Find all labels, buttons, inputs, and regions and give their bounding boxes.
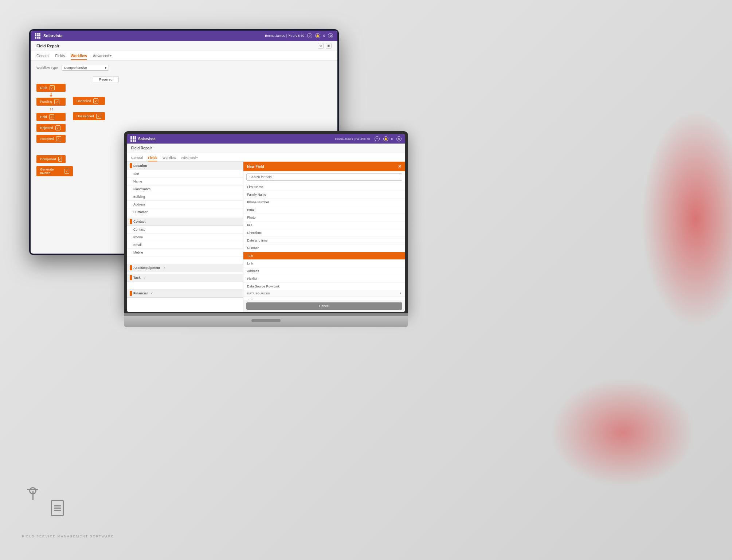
bottom-caption: Field Service Management Software xyxy=(22,534,114,538)
wf-arrow-1 xyxy=(49,93,53,97)
subheader: Field Repair ⧉ ▣ xyxy=(31,41,337,51)
laptop-app: Solarvista Emma James | PA LIVE 60 ? 🔔 0… xyxy=(127,134,405,312)
user-label: Emma James | PA LIVE 60 xyxy=(265,34,304,38)
laptop-grid-icon[interactable] xyxy=(130,136,136,142)
laptop: Solarvista Emma James | PA LIVE 60 ? 🔔 0… xyxy=(124,131,408,342)
fields-panel: Location Site Name Floor/Room Building A… xyxy=(127,162,243,312)
wf-check-generate: ✓ xyxy=(64,169,69,174)
section-location: Location xyxy=(127,162,243,170)
required-label: Required xyxy=(93,77,119,82)
notification-count: 0 xyxy=(323,34,325,38)
field-item-mobile[interactable]: Mobile xyxy=(127,249,243,256)
field-option-datetime[interactable]: Date and time xyxy=(243,237,405,244)
field-option-text[interactable]: Text xyxy=(243,252,405,260)
laptop-user: Emma James | PA LIVE 60 xyxy=(335,137,370,141)
wf-check-cancelled: ✓ xyxy=(93,98,98,103)
wf-check-unassigned: ✓ xyxy=(96,114,101,119)
laptop-main-content: Location Site Name Floor/Room Building A… xyxy=(127,162,405,312)
workflow-type-value: Comprehensive xyxy=(64,66,87,70)
new-field-footer: Cancel xyxy=(243,300,405,312)
layout-icon[interactable]: ▣ xyxy=(326,43,332,49)
workflow-type-label: Workflow Type xyxy=(36,66,58,70)
person-icon xyxy=(22,487,44,516)
wf-node-generate-invoice: Generate Invoice ✓ xyxy=(36,166,73,176)
laptop-brand: Solarvista xyxy=(138,137,333,141)
new-field-panel: New Field ✕ First Name Family Name Phone… xyxy=(243,162,405,312)
section-financial: Financial ✓ xyxy=(127,289,243,298)
new-field-search-input[interactable] xyxy=(246,173,402,181)
field-option-action[interactable]: Action xyxy=(243,297,405,300)
field-item-site[interactable]: Site xyxy=(127,170,243,178)
wf-node-accepted: Accepted ✓ xyxy=(36,135,66,143)
wf-node-rejected: Rejected ✓ xyxy=(36,124,66,132)
card-line-3 xyxy=(54,510,61,511)
workflow-right-col: Cancelled ✓ Unassigned ✓ xyxy=(73,97,105,132)
laptop-notif-icon[interactable]: 🔔 xyxy=(383,136,388,141)
new-field-close-btn[interactable]: ✕ xyxy=(398,164,402,169)
section-icon-financial xyxy=(130,291,132,296)
new-field-header: New Field ✕ xyxy=(243,162,405,171)
field-item-email[interactable]: Email xyxy=(127,241,243,249)
laptop-hinge xyxy=(124,313,408,316)
wf-check-pending: ✓ xyxy=(54,99,59,104)
section-icon-asset xyxy=(130,265,132,270)
laptop-help-icon[interactable]: ? xyxy=(375,136,380,141)
notification-icon[interactable]: 🔔 xyxy=(315,33,320,38)
field-option-photo[interactable]: Photo xyxy=(243,214,405,222)
caption-text: Field Service Management Software xyxy=(22,534,114,538)
field-option-address[interactable]: Address xyxy=(243,267,405,275)
section-icon-task xyxy=(130,275,132,280)
wf-node-cancelled: Cancelled ✓ xyxy=(73,97,105,105)
field-option-number[interactable]: Number xyxy=(243,244,405,252)
field-option-data-source-row-link[interactable]: Data Source Row Link xyxy=(243,283,405,290)
field-option-link[interactable]: Link xyxy=(243,260,405,267)
field-item-floor[interactable]: Floor/Room xyxy=(127,185,243,193)
field-item-building[interactable]: Building xyxy=(127,193,243,201)
section-icon-contact xyxy=(130,219,132,224)
grid-icon[interactable] xyxy=(35,33,40,39)
laptop-tab-general[interactable]: General xyxy=(131,156,143,161)
field-option-email[interactable]: Email xyxy=(243,206,405,214)
field-item-phone[interactable]: Phone xyxy=(127,234,243,241)
field-option-first-name[interactable]: First Name xyxy=(243,183,405,191)
wf-node-unassigned: Unassigned ✓ xyxy=(73,112,105,120)
new-field-search-container xyxy=(243,171,405,183)
tab-general[interactable]: General xyxy=(36,54,50,60)
tab-fields[interactable]: Fields xyxy=(55,54,65,60)
wf-check-completed: ✓ xyxy=(58,157,62,162)
wf-node-pending: Pending ✓ xyxy=(36,98,66,106)
cancel-button[interactable]: Cancel xyxy=(246,302,402,310)
field-option-phone-number[interactable]: Phone Number xyxy=(243,199,405,206)
field-item-customer[interactable]: Customer xyxy=(127,208,243,216)
new-field-list: First Name Family Name Phone Number Emai… xyxy=(243,183,405,300)
tab-workflow[interactable]: Workflow xyxy=(71,54,87,60)
field-option-file[interactable]: File xyxy=(243,222,405,229)
brand-label: Solarvista xyxy=(43,34,262,38)
field-option-picklist[interactable]: Picklist xyxy=(243,275,405,283)
field-item-name[interactable]: Name xyxy=(127,178,243,185)
laptop-subheader: Field Repair xyxy=(127,144,405,153)
person-body xyxy=(32,491,34,500)
section-icon-location xyxy=(130,163,132,168)
tab-advanced[interactable]: Advanced ▾ xyxy=(93,54,111,60)
field-item-address[interactable]: Address xyxy=(127,201,243,208)
laptop-settings-icon[interactable]: ⚙ xyxy=(396,136,402,141)
field-option-family-name[interactable]: Family Name xyxy=(243,191,405,199)
wf-node-completed: Completed ✓ xyxy=(36,155,66,163)
laptop-tab-fields[interactable]: Fields xyxy=(148,156,157,161)
wf-check-hold: ✓ xyxy=(49,114,54,120)
help-icon[interactable]: ? xyxy=(307,33,312,38)
laptop-display: Solarvista Emma James | PA LIVE 60 ? 🔔 0… xyxy=(127,134,405,312)
section-contact: Contact xyxy=(127,218,243,226)
copy-icon[interactable]: ⧉ xyxy=(318,43,324,49)
settings-icon[interactable]: ⚙ xyxy=(328,33,333,38)
laptop-tab-advanced[interactable]: Advanced ▾ xyxy=(181,156,198,161)
id-card-icon xyxy=(51,500,64,516)
wf-node-hold: Hold ✓ xyxy=(36,113,66,121)
field-option-checkbox[interactable]: Checkbox xyxy=(243,229,405,237)
wf-check-rejected: ✓ xyxy=(55,125,60,130)
field-item-contact[interactable]: Contact xyxy=(127,226,243,234)
workflow-type-select[interactable]: Comprehensive ▾ xyxy=(62,65,109,71)
laptop-tab-workflow[interactable]: Workflow xyxy=(163,156,176,161)
laptop-topbar: Solarvista Emma James | PA LIVE 60 ? 🔔 0… xyxy=(127,134,405,144)
